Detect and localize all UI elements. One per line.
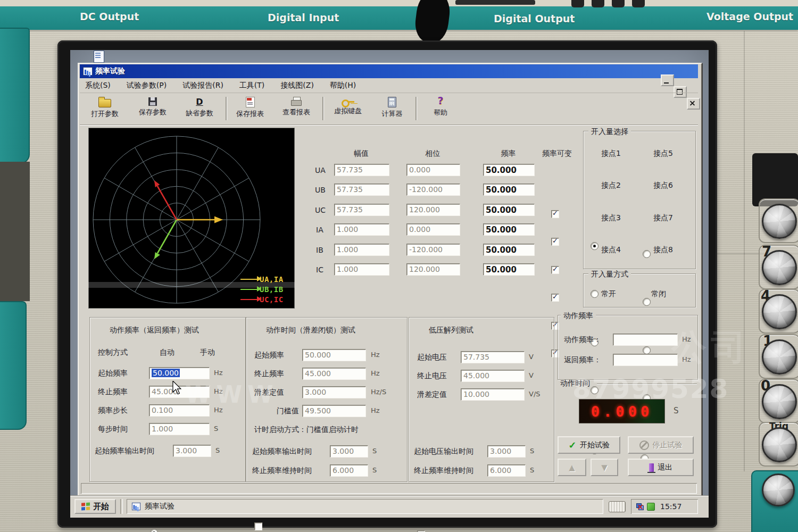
uc-phase-input[interactable]: 120.000 xyxy=(406,204,460,216)
tt-slip-input[interactable]: 3.000 xyxy=(302,386,366,398)
manual-label[interactable]: 手动 xyxy=(200,348,215,358)
left-dark-block xyxy=(0,162,30,301)
desktop-icon[interactable] xyxy=(94,51,104,63)
auto-radio[interactable] xyxy=(150,529,158,532)
contact5-label[interactable]: 接点5 xyxy=(653,149,673,159)
normally-closed-label[interactable]: 常闭 xyxy=(651,289,666,299)
menu-test-params[interactable]: 试验参数(P) xyxy=(126,79,168,93)
ia-amplitude-input[interactable]: 1.000 xyxy=(334,223,389,236)
voltage-test-title[interactable]: 低压解列测试 xyxy=(429,326,473,335)
ic-phase-input[interactable]: 120.000 xyxy=(406,263,460,276)
uc-amplitude-input[interactable]: 57.735 xyxy=(334,204,389,216)
start-test-button[interactable]: 开始试验 xyxy=(558,436,620,454)
menu-test-report[interactable]: 试验报告(R) xyxy=(181,79,225,93)
ia-frequency-input[interactable]: 50.000 xyxy=(483,223,535,236)
knob-button-1 xyxy=(762,339,797,375)
vt-hold-time-input[interactable]: 6.000 xyxy=(487,464,526,477)
time-test-checkbox[interactable] xyxy=(254,522,262,530)
network-icon[interactable] xyxy=(636,503,644,510)
ia-phase-input[interactable]: 0.000 xyxy=(406,223,460,236)
step-time-input[interactable]: 1.000 xyxy=(149,423,210,435)
ib-frequency-input[interactable]: 50.000 xyxy=(483,244,535,256)
ic-frequency-input[interactable]: 50.000 xyxy=(483,263,535,276)
toolbar-virtual-keyboard[interactable]: 虚拟键盘 xyxy=(326,96,370,123)
vt-out-time-input[interactable]: 3.000 xyxy=(487,445,526,458)
contact4-label[interactable]: 接点4 xyxy=(601,245,621,255)
vt-start-volt-input[interactable]: 57.735 xyxy=(461,351,525,363)
contact5-radio[interactable] xyxy=(643,250,651,258)
tt-threshold-input[interactable]: 49.500 xyxy=(302,405,366,417)
ia-freq-variable-checkbox[interactable] xyxy=(551,294,559,302)
time-test-title[interactable]: 动作时间（滑差闭锁）测试 xyxy=(266,326,355,335)
stop-circle-icon xyxy=(639,440,649,450)
tt-hold-time-input[interactable]: 6.000 xyxy=(330,464,368,477)
toolbar-view-report[interactable]: 查看报表 xyxy=(274,96,319,123)
tt-end-freq-input[interactable]: 45.000 xyxy=(302,368,366,380)
ua-frequency-input[interactable]: 50.000 xyxy=(483,164,535,176)
uc-frequency-input[interactable]: 50.000 xyxy=(483,204,535,216)
taskbar-task-button[interactable]: 频率试验 xyxy=(127,499,603,514)
vt-start-volt-label: 起始电压 xyxy=(417,353,447,362)
ub-frequency-input[interactable]: 50.000 xyxy=(483,184,535,196)
vt-end-volt-input[interactable]: 45.000 xyxy=(461,370,525,382)
mouse-cursor xyxy=(172,381,182,395)
toolbar-save-report[interactable]: 保存报表 xyxy=(228,96,272,123)
ua-phase-input[interactable]: 0.000 xyxy=(406,164,460,176)
tt-out-time-input[interactable]: 3.000 xyxy=(330,445,368,458)
keyboard-tray-icon[interactable] xyxy=(609,501,626,512)
up-button[interactable]: ▲ xyxy=(558,459,586,476)
vt-slip-input[interactable]: 10.000 xyxy=(461,388,525,401)
ua-amplitude-input[interactable]: 57.735 xyxy=(334,164,389,176)
contact1-radio[interactable] xyxy=(591,242,598,250)
normally-open-label[interactable]: 常开 xyxy=(601,289,616,299)
step-time-unit: S xyxy=(214,425,218,433)
auto-label[interactable]: 自动 xyxy=(160,348,174,358)
toolbar-help[interactable]: ? 帮助 xyxy=(418,95,463,122)
header-frequency: 频率 xyxy=(483,149,534,159)
ib-phase-input[interactable]: -120.000 xyxy=(406,244,460,256)
ic-amplitude-input[interactable]: 1.000 xyxy=(334,263,389,276)
ub-phase-input[interactable]: -120.000 xyxy=(406,184,460,196)
start-freq-out-time-input[interactable]: 3.000 xyxy=(173,445,211,457)
printer-icon xyxy=(291,98,302,106)
vt-slip-label: 滑差定值 xyxy=(417,390,447,400)
channel-label-ub: UB xyxy=(315,186,326,194)
menu-wiring-diagram[interactable]: 接线图(Z) xyxy=(279,79,315,93)
contact1-label[interactable]: 接点1 xyxy=(601,149,621,159)
start-freq-unit: Hz xyxy=(214,369,223,377)
equipment-front-panel: DC Output Digital Input Digital Output V… xyxy=(0,0,798,532)
menu-tools[interactable]: 工具(T) xyxy=(238,79,265,93)
input-select-groupbox xyxy=(583,131,696,269)
ua-freq-variable-checkbox[interactable] xyxy=(551,210,559,218)
ub-amplitude-input[interactable]: 57.735 xyxy=(334,184,389,196)
menu-help[interactable]: 帮助(H) xyxy=(329,79,357,93)
legend-uc-ic: UC,IC xyxy=(240,295,284,304)
exit-button[interactable]: 退出 xyxy=(628,459,694,476)
step-time-label: 每步时间 xyxy=(98,425,128,434)
clock: 15:57 xyxy=(660,502,681,511)
freq-step-input[interactable]: 0.100 xyxy=(149,404,210,417)
title-bar[interactable] xyxy=(80,64,698,78)
menu-system[interactable]: 系统(S) xyxy=(84,79,112,93)
uc-freq-variable-checkbox[interactable] xyxy=(551,266,559,274)
contact3-label[interactable]: 接点3 xyxy=(601,213,621,223)
contact6-label[interactable]: 接点6 xyxy=(653,181,673,190)
toolbar-save-params[interactable]: 保存参数 xyxy=(130,96,175,123)
toolbar-open-params[interactable]: 打开参数 xyxy=(82,96,127,123)
tray-green-icon[interactable] xyxy=(647,503,655,511)
contact7-label[interactable]: 接点7 xyxy=(653,213,673,223)
down-button[interactable]: ▼ xyxy=(591,459,618,476)
contact8-label[interactable]: 接点8 xyxy=(653,245,673,255)
tt-threshold-unit: Hz xyxy=(371,406,380,414)
contact2-label[interactable]: 接点2 xyxy=(601,181,621,190)
ub-freq-variable-checkbox[interactable] xyxy=(551,238,559,246)
toolbar-default-params[interactable]: D 缺省参数 xyxy=(177,96,222,123)
toolbar-calculator[interactable]: 计算器 xyxy=(370,96,414,123)
freq-test-title[interactable]: 动作频率（返回频率）测试 xyxy=(110,326,199,335)
start-freq-input[interactable]: 50.000 xyxy=(149,367,210,379)
ib-amplitude-input[interactable]: 1.000 xyxy=(334,244,389,256)
tt-start-freq-input[interactable]: 50.000 xyxy=(302,349,366,361)
start-button[interactable]: 开始 xyxy=(74,499,116,514)
time-test-groupbox xyxy=(246,317,408,482)
header-freq-variable: 频率可变 xyxy=(535,149,579,159)
